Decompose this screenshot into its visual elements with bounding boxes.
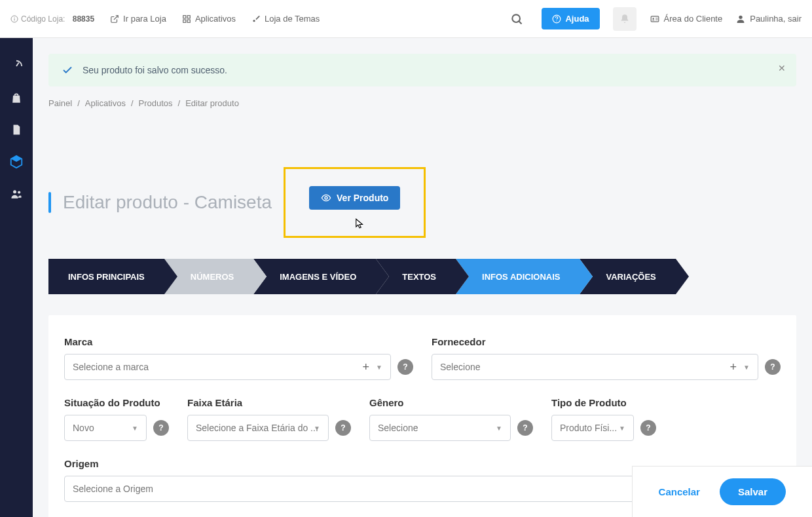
svg-rect-1 bbox=[14, 18, 15, 21]
grid-icon bbox=[182, 14, 191, 24]
chevron-down-icon: ▼ bbox=[619, 425, 625, 432]
brand-label: Marca bbox=[64, 336, 413, 347]
title-accent bbox=[48, 192, 51, 213]
step-numbers[interactable]: NÚMEROS bbox=[164, 259, 253, 294]
svg-rect-5 bbox=[183, 20, 186, 22]
highlight-annotation: Ver Produto bbox=[284, 167, 426, 238]
breadcrumb-current: Editar produto bbox=[185, 98, 239, 108]
alert-message: Seu produto foi salvo com sucesso. bbox=[83, 65, 227, 75]
age-range-label: Faixa Etária bbox=[187, 397, 351, 408]
view-product-button[interactable]: Ver Produto bbox=[309, 186, 400, 210]
supplier-help[interactable]: ? bbox=[765, 359, 781, 375]
breadcrumb: Painel/ Aplicativos/ Produtos/ Editar pr… bbox=[48, 98, 796, 108]
box-icon bbox=[9, 155, 24, 169]
info-icon bbox=[10, 15, 18, 23]
chevron-down-icon: ▼ bbox=[376, 364, 382, 371]
svg-rect-4 bbox=[187, 15, 190, 18]
notifications-button[interactable] bbox=[613, 7, 637, 31]
sidebar-item-products[interactable] bbox=[9, 155, 24, 169]
users-icon bbox=[9, 187, 24, 201]
chevron-down-icon: ▼ bbox=[743, 364, 750, 371]
gauge-icon bbox=[9, 59, 24, 73]
step-variations[interactable]: VARIAÇÕES bbox=[580, 259, 675, 294]
sidebar bbox=[0, 38, 33, 517]
svg-point-9 bbox=[557, 20, 557, 21]
client-area-link[interactable]: Área do Cliente bbox=[650, 14, 723, 24]
user-logout-link[interactable]: Paulinha, sair bbox=[735, 14, 802, 24]
product-type-help[interactable]: ? bbox=[640, 420, 656, 436]
status-label: Situação do Produto bbox=[64, 397, 169, 408]
breadcrumb-item[interactable]: Aplicativos bbox=[85, 98, 126, 108]
gender-help[interactable]: ? bbox=[517, 420, 533, 436]
plus-icon: + bbox=[363, 360, 370, 374]
apps-link[interactable]: Aplicativos bbox=[182, 14, 236, 24]
bag-icon bbox=[10, 92, 23, 105]
brand-select[interactable]: Selecione a marca + ▼ bbox=[64, 354, 391, 380]
svg-rect-10 bbox=[651, 16, 659, 21]
sidebar-item-orders[interactable] bbox=[10, 92, 23, 105]
svg-point-7 bbox=[513, 14, 521, 22]
search-icon bbox=[510, 12, 523, 26]
step-main-info[interactable]: INFOS PRINCIPAIS bbox=[48, 259, 164, 294]
save-button[interactable]: Salvar bbox=[720, 478, 786, 505]
bell-icon bbox=[619, 14, 630, 24]
age-range-select[interactable]: Selecione a Faixa Etária do ...▼ bbox=[187, 415, 329, 441]
cancel-button[interactable]: Cancelar bbox=[659, 486, 700, 497]
age-range-help[interactable]: ? bbox=[335, 420, 351, 436]
product-type-select[interactable]: Produto Físi...▼ bbox=[551, 415, 634, 441]
svg-point-13 bbox=[13, 190, 16, 193]
status-select[interactable]: Novo▼ bbox=[64, 415, 147, 441]
gender-label: Gênero bbox=[369, 397, 533, 408]
svg-point-15 bbox=[325, 197, 327, 199]
search-button[interactable] bbox=[505, 7, 528, 31]
breadcrumb-item[interactable]: Painel bbox=[48, 98, 72, 108]
document-icon bbox=[10, 123, 22, 136]
svg-rect-6 bbox=[187, 20, 190, 22]
help-button[interactable]: Ajuda bbox=[542, 8, 599, 29]
chevron-down-icon: ▼ bbox=[132, 425, 138, 432]
sidebar-item-pages[interactable] bbox=[10, 123, 22, 136]
go-to-store-link[interactable]: Ir para Loja bbox=[110, 14, 166, 24]
user-icon bbox=[735, 14, 746, 24]
themes-link[interactable]: Loja de Temas bbox=[251, 14, 320, 24]
external-link-icon bbox=[110, 14, 119, 24]
svg-point-12 bbox=[739, 15, 743, 18]
sidebar-item-users[interactable] bbox=[9, 187, 24, 201]
chevron-down-icon: ▼ bbox=[496, 425, 502, 432]
step-additional-info[interactable]: INFOS ADICIONAIS bbox=[456, 259, 580, 294]
check-icon bbox=[62, 64, 73, 76]
help-icon bbox=[552, 14, 561, 24]
eye-icon bbox=[321, 193, 331, 203]
sidebar-item-dashboard[interactable] bbox=[9, 59, 24, 73]
page-title: Editar produto - Camiseta bbox=[63, 192, 272, 213]
svg-point-2 bbox=[14, 16, 14, 17]
breadcrumb-item[interactable]: Produtos bbox=[139, 98, 173, 108]
svg-rect-3 bbox=[183, 15, 186, 18]
brush-icon bbox=[251, 14, 261, 24]
id-card-icon bbox=[650, 14, 660, 24]
svg-point-14 bbox=[18, 191, 20, 193]
store-code: Código Loja: 88835 bbox=[10, 14, 94, 24]
sticky-footer: Cancelar Salvar bbox=[632, 466, 812, 517]
alert-close-button[interactable]: ✕ bbox=[778, 63, 786, 73]
status-help[interactable]: ? bbox=[153, 420, 169, 436]
brand-help[interactable]: ? bbox=[397, 359, 413, 375]
step-progress: INFOS PRINCIPAIS NÚMEROS IMAGENS E VÍDEO… bbox=[48, 259, 796, 294]
cursor-icon bbox=[354, 216, 365, 231]
success-alert: Seu produto foi salvo com sucesso. ✕ bbox=[48, 54, 796, 86]
step-images[interactable]: IMAGENS E VÍDEO bbox=[253, 259, 376, 294]
plus-icon: + bbox=[730, 360, 737, 374]
chevron-down-icon: ▼ bbox=[314, 425, 320, 432]
supplier-select[interactable]: Selecione + ▼ bbox=[432, 354, 758, 380]
svg-point-11 bbox=[652, 18, 654, 19]
product-type-label: Tipo de Produto bbox=[551, 397, 656, 408]
supplier-label: Fornecedor bbox=[432, 336, 781, 347]
gender-select[interactable]: Selecione▼ bbox=[369, 415, 511, 441]
